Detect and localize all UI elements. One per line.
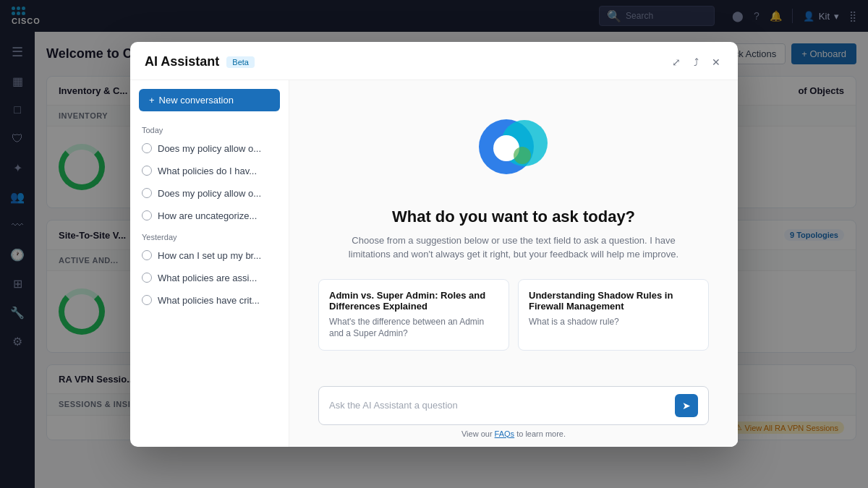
conv-dot [142, 210, 152, 221]
suggestion-card-1[interactable]: Admin vs. Super Admin: Roles and Differe… [318, 279, 509, 351]
conv-text: Does my policy allow o... [158, 188, 261, 199]
suggestion-title-1: Admin vs. Super Admin: Roles and Differe… [329, 290, 498, 312]
send-icon: ➤ [682, 400, 691, 411]
conv-text: What policies do I hav... [158, 166, 257, 176]
conversation-panel: + New conversation Today Does my policy … [130, 80, 289, 447]
modal-overlay[interactable]: AI Assistant Beta ⤢ ⤴ ✕ + New conversati… [0, 0, 868, 488]
close-icon[interactable]: ✕ [709, 53, 723, 71]
faq-link[interactable]: FAQs [495, 429, 515, 438]
svg-point-3 [514, 147, 531, 164]
conv-item-1[interactable]: Does my policy allow o... [130, 137, 289, 160]
conv-item-5[interactable]: How can I set up my br... [130, 244, 289, 267]
conv-text: Does my policy allow o... [158, 143, 261, 154]
ai-assistant-modal: AI Assistant Beta ⤢ ⤴ ✕ + New conversati… [130, 42, 738, 447]
conv-dot [142, 250, 152, 260]
conv-dot [142, 273, 152, 283]
suggestion-title-2: Understanding Shadow Rules in Firewall M… [529, 290, 698, 312]
suggestion-desc-1: What's the difference between an Admin a… [329, 316, 498, 341]
conv-text: How can I set up my br... [158, 250, 261, 261]
modal-body: + New conversation Today Does my policy … [130, 80, 738, 447]
conv-text: What policies have crit... [158, 295, 260, 306]
conv-dot [142, 295, 152, 305]
chat-input[interactable] [329, 400, 669, 411]
ai-main-title: What do you want to ask today? [392, 207, 635, 226]
suggestion-desc-2: What is a shadow rule? [529, 316, 698, 328]
modal-main-content: What do you want to ask today? Choose fr… [289, 80, 738, 386]
send-button[interactable]: ➤ [675, 394, 698, 417]
main-panel: What do you want to ask today? Choose fr… [289, 80, 738, 447]
modal-header-icons: ⤢ ⤴ ✕ [669, 53, 723, 71]
share-icon[interactable]: ⤴ [691, 53, 702, 71]
conv-dot [142, 143, 152, 153]
conv-dot [142, 166, 152, 176]
suggestion-cards: Admin vs. Super Admin: Roles and Differe… [318, 279, 709, 351]
conv-item-3[interactable]: Does my policy allow o... [130, 182, 289, 205]
modal-title: AI Assistant [145, 54, 219, 69]
today-label: Today [130, 120, 289, 137]
ai-subtitle: Choose from a suggestion below or use th… [340, 234, 687, 262]
plus-icon: + [149, 95, 155, 106]
beta-badge: Beta [226, 56, 255, 68]
suggestion-card-2[interactable]: Understanding Shadow Rules in Firewall M… [518, 279, 709, 351]
conv-item-7[interactable]: What policies have crit... [130, 289, 289, 312]
conv-text: How are uncategorize... [158, 210, 257, 221]
conv-item-6[interactable]: What policies are assi... [130, 267, 289, 289]
conv-item-2[interactable]: What policies do I hav... [130, 160, 289, 182]
conv-item-4[interactable]: How are uncategorize... [130, 205, 289, 227]
new-conversation-button[interactable]: + New conversation [139, 89, 280, 111]
faq-link-text: View our FAQs to learn more. [318, 425, 709, 438]
chat-input-wrap: ➤ [318, 386, 709, 425]
conv-dot [142, 188, 152, 198]
conv-text: What policies are assi... [158, 273, 257, 283]
input-area: ➤ View our FAQs to learn more. [289, 386, 738, 447]
expand-icon[interactable]: ⤢ [669, 53, 684, 71]
modal-header: AI Assistant Beta ⤢ ⤴ ✕ [130, 42, 738, 80]
ai-logo [470, 103, 557, 190]
yesterday-label: Yesterday [130, 227, 289, 244]
